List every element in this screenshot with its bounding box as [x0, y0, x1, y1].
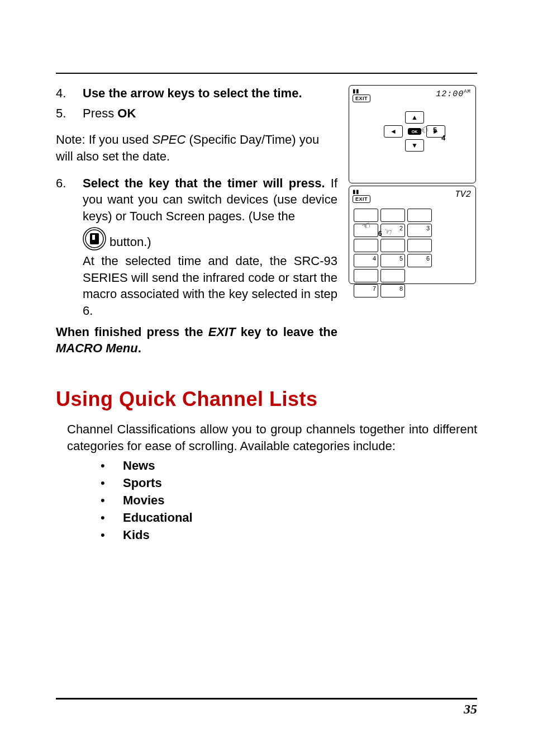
- key-8: 8: [380, 284, 405, 297]
- step-list: 4. Use the arrow keys to select the time…: [56, 85, 337, 121]
- step-6: 6. Select the key that the timer will pr…: [56, 175, 337, 319]
- bullet-sports: Sports: [106, 475, 477, 492]
- step-6-after: At the selected time and date, the SRC-9…: [83, 253, 337, 319]
- dev1-exit: EXIT: [353, 94, 370, 102]
- hand-label-5: 5: [433, 126, 437, 134]
- bottom-rule: [56, 698, 477, 700]
- key-blank: [380, 239, 405, 252]
- finish-p3: .: [138, 341, 141, 355]
- finish-exit: EXIT: [208, 325, 236, 339]
- top-rule: [56, 73, 477, 74]
- key-5: 5: [380, 254, 405, 267]
- dev1-topbar: ▮▮ EXIT 12:00AM: [353, 89, 471, 102]
- device-screen-1: ▮▮ EXIT 12:00AM ▲ ◄ OK ► ▼: [349, 85, 476, 183]
- two-column-row: 4. Use the arrow keys to select the time…: [56, 85, 477, 357]
- page-number: 35: [56, 702, 477, 717]
- bullet-kids: Kids: [106, 527, 477, 544]
- key-blank: [380, 269, 405, 282]
- step-6-text: Select the key that the timer will press…: [83, 176, 337, 223]
- key-blank: [407, 239, 432, 252]
- text-column: 4. Use the arrow keys to select the time…: [56, 85, 337, 357]
- note-paragraph: Note: If you used SPEC (Specific Day/Tim…: [56, 131, 337, 164]
- page: 4. Use the arrow keys to select the time…: [0, 0, 533, 756]
- category-bullets: News Sports Movies Educational Kids: [106, 457, 477, 544]
- step-list-2: 6. Select the key that the timer will pr…: [56, 175, 337, 319]
- note-prefix: Note: If you used: [56, 133, 152, 147]
- key-blank: [354, 239, 378, 252]
- finish-p2: key to leave the: [236, 325, 337, 339]
- step-5: 5. Press OK: [56, 105, 337, 122]
- finish-p1: When finished press the: [56, 325, 208, 339]
- dev1-clock: 12:00AM: [436, 89, 471, 99]
- p-button-line: button.): [83, 227, 337, 251]
- dev1-exit-group: ▮▮ EXIT: [353, 89, 370, 102]
- step-5-prefix: Press: [83, 106, 117, 120]
- dev2-exit: EXIT: [353, 195, 370, 203]
- dev2-tv: TV2: [455, 190, 471, 200]
- p-button-icon: [83, 227, 106, 251]
- hand-label-6: 6: [378, 230, 382, 238]
- signal-icon: ▮▮: [353, 190, 359, 194]
- step-6-body: Select the key that the timer will press…: [83, 175, 337, 319]
- key-blank: [407, 209, 432, 222]
- step-4: 4. Use the arrow keys to select the time…: [56, 85, 337, 102]
- step-6-number: 6.: [56, 175, 83, 192]
- finish-line: When finished press the EXIT key to leav…: [56, 324, 337, 357]
- key-6: 6: [407, 254, 432, 267]
- device-screen-2: ▮▮ EXIT TV2 2 3 4 5 6: [349, 186, 476, 284]
- key-3: 3: [407, 224, 432, 237]
- key-blank: [380, 209, 405, 222]
- key-blank: [354, 269, 378, 282]
- bullet-educational: Educational: [106, 509, 477, 527]
- section-heading: Using Quick Channel Lists: [56, 388, 477, 411]
- diagram-column: ▮▮ EXIT 12:00AM ▲ ◄ OK ► ▼: [349, 85, 477, 284]
- dev2-topbar: ▮▮ EXIT TV2: [353, 190, 471, 203]
- dev2-exit-group: ▮▮ EXIT: [353, 190, 370, 203]
- signal-icon: ▮▮: [353, 89, 359, 93]
- step-6-lead: Select the key that the timer will press…: [83, 176, 325, 190]
- section-body: Channel Classifications allow you to gro…: [67, 421, 477, 454]
- step-5-ok: OK: [117, 106, 136, 120]
- step-4-number: 4.: [56, 85, 83, 102]
- bullet-news: News: [106, 457, 477, 475]
- left-key: ◄: [384, 125, 403, 138]
- button-word: button.): [110, 234, 151, 251]
- bullet-movies: Movies: [106, 492, 477, 509]
- key-7: 7: [354, 284, 378, 297]
- note-spec: SPEC: [152, 133, 185, 147]
- dev1-clock-ampm: AM: [464, 89, 471, 94]
- step-5-number: 5.: [56, 105, 83, 122]
- step-4-text: Use the arrow keys to select the time.: [83, 85, 337, 102]
- hand-label-4: 4: [441, 134, 445, 142]
- footer: 35: [56, 698, 477, 717]
- key-4: 4: [354, 254, 378, 267]
- dev1-clock-time: 12:00: [436, 89, 464, 99]
- finish-macro: MACRO Menu: [56, 341, 138, 355]
- svg-rect-4: [92, 235, 95, 237]
- step-5-text: Press OK: [83, 105, 337, 122]
- down-key: ▼: [405, 139, 424, 152]
- up-key: ▲: [405, 111, 424, 124]
